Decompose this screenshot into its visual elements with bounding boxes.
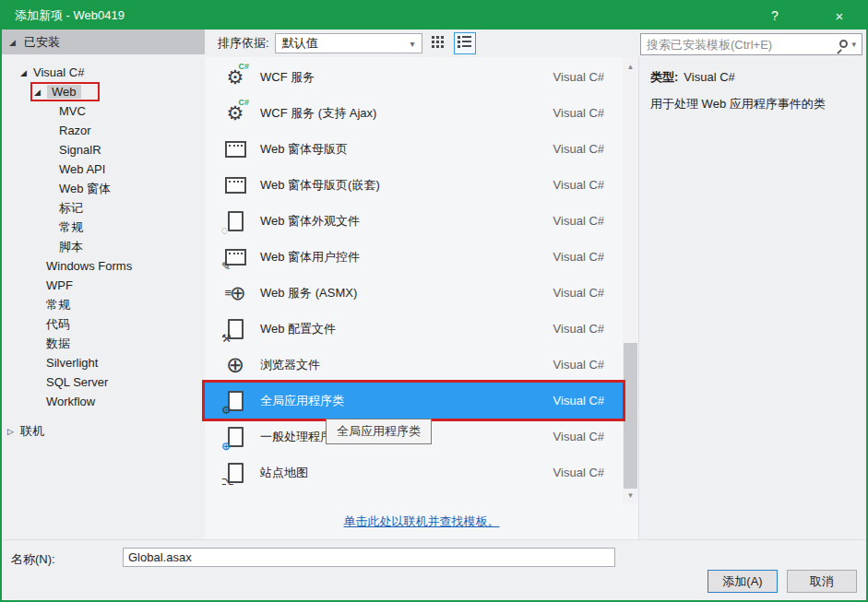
template-name: 全局应用程序类 <box>260 393 344 409</box>
scroll-up-icon[interactable]: ▲ <box>623 59 638 74</box>
tree-item-label: WPF <box>46 278 73 292</box>
tree-item[interactable]: 标记 <box>2 198 205 218</box>
list-scrollbar[interactable]: ▲ ▼ <box>623 57 638 504</box>
tree-item[interactable]: SignalR <box>2 140 205 159</box>
template-language: Visual C# <box>553 142 604 156</box>
footer-bar: 名称(N): 添加(A) 取消 <box>2 539 866 600</box>
site-map-icon: ⌥ <box>220 457 251 489</box>
tree-item[interactable]: 代码 <box>2 314 205 334</box>
add-button[interactable]: 添加(A) <box>707 570 778 593</box>
details-panel: 类型:Visual C# 用于处理 Web 应用程序事件的类 <box>638 57 866 539</box>
scrollbar-thumb[interactable] <box>624 343 637 489</box>
small-icons-view-button[interactable] <box>427 32 449 54</box>
tree-item-label: 数据 <box>46 336 70 352</box>
tree-item[interactable]: 常规 <box>2 218 205 237</box>
cancel-button[interactable]: 取消 <box>787 570 857 593</box>
template-name: Web 窗体外观文件 <box>260 213 360 230</box>
template-item[interactable]: Web 窗体母版页Visual C# <box>205 131 623 167</box>
tree-item[interactable]: Web 窗体 <box>2 179 205 198</box>
tree-collapse-arrow-icon[interactable]: ▷ <box>7 427 20 436</box>
search-input[interactable] <box>647 38 838 52</box>
template-description: 用于处理 Web 应用程序事件的类 <box>650 96 857 112</box>
template-name: Web 窗体母版页 <box>260 141 348 158</box>
tree-item[interactable]: MVC <box>2 101 205 121</box>
close-button[interactable]: × <box>826 8 853 24</box>
template-name: 浏览器文件 <box>260 357 320 373</box>
template-language: Visual C# <box>553 250 604 264</box>
tree-item[interactable]: WPF <box>2 276 205 295</box>
tree-item-inner: 标记 <box>46 198 83 218</box>
tree-item[interactable]: Web API <box>2 159 205 179</box>
installed-header-label: 已安装 <box>24 34 60 51</box>
find-templates-online-link[interactable]: 单击此处以联机并查找模板。 <box>344 513 500 530</box>
sort-dropdown[interactable]: 默认值 ▾ <box>275 33 422 53</box>
tree-expand-arrow-icon: ◢ <box>9 38 16 47</box>
tree-item-inner: Windows Forms <box>33 256 132 276</box>
generic-handler-icon: ⊕ <box>220 421 251 453</box>
search-box: ▾ <box>640 33 862 55</box>
template-item[interactable]: Web 窗体母版页(嵌套)Visual C# <box>205 167 623 203</box>
tree-item-label: Silverlight <box>46 356 98 370</box>
installed-header[interactable]: ◢ 已安装 <box>2 30 205 54</box>
tree-item[interactable]: Windows Forms <box>2 256 205 276</box>
search-icon[interactable] <box>839 40 848 48</box>
tree-item-label: Workflow <box>46 395 95 408</box>
tree-item[interactable]: SQL Server <box>2 372 205 392</box>
search-options-chevron-icon[interactable]: ▾ <box>851 40 856 49</box>
tree-item[interactable]: Workflow <box>2 392 205 411</box>
global-application-class-icon: ⚙ <box>220 385 251 417</box>
template-item[interactable]: ⊕浏览器文件Visual C# <box>205 347 623 383</box>
tree-item[interactable]: 数据 <box>2 334 205 353</box>
scroll-down-icon[interactable]: ▼ <box>623 488 638 502</box>
template-language: Visual C# <box>553 214 604 228</box>
tree-item-label: 联机 <box>20 423 44 440</box>
tree-expand-arrow-icon[interactable]: ◢ <box>34 88 47 97</box>
tree-item[interactable]: ▷联机 <box>2 421 205 441</box>
tree-item[interactable]: ◢Visual C# <box>2 63 205 82</box>
tree-expand-arrow-icon[interactable]: ◢ <box>20 68 33 77</box>
template-language: Visual C# <box>553 358 604 372</box>
add-new-item-dialog: 添加新项 - Web0419 ? × ◢ 已安装 ◢Visual C#◢WebM… <box>0 0 868 602</box>
window-title: 添加新项 - Web0419 <box>15 7 125 24</box>
tree-item-inner: MVC <box>46 101 86 121</box>
tree-item[interactable]: 脚本 <box>2 237 205 256</box>
template-item[interactable]: ⚙全局应用程序类Visual C# <box>205 383 623 419</box>
template-language: Visual C# <box>553 70 604 84</box>
tree-item[interactable]: ◢Web <box>2 82 205 101</box>
template-language: Visual C# <box>553 286 604 300</box>
tree-item-inner: Web API <box>46 159 105 179</box>
online-link-row: 单击此处以联机并查找模板。 <box>205 504 638 539</box>
tree-item-inner: WPF <box>33 276 73 295</box>
template-name: 一般处理程序 <box>260 429 332 445</box>
tree-item-label: SignalR <box>59 143 101 157</box>
template-language: Visual C# <box>553 322 604 336</box>
help-button[interactable]: ? <box>763 8 787 23</box>
category-tree: ◢Visual C#◢WebMVCRazorSignalRWeb APIWeb … <box>2 54 205 441</box>
template-item[interactable]: ≡⊕Web 服务 (ASMX)Visual C# <box>205 275 623 311</box>
tree-item[interactable]: Razor <box>2 121 205 140</box>
template-tooltip: 全局应用程序类 <box>326 419 432 444</box>
sort-toolbar: 排序依据: 默认值 ▾ <box>205 30 638 57</box>
template-item[interactable]: ⚙C#WCF 服务Visual C# <box>205 59 623 95</box>
template-item[interactable]: ◌Web 窗体外观文件Visual C# <box>205 203 623 239</box>
wcf-service-icon: ⚙C# <box>220 98 251 129</box>
template-item[interactable]: ⚒Web 配置文件Visual C# <box>205 311 623 347</box>
template-item[interactable]: ⌥站点地图Visual C# <box>205 454 623 490</box>
annotation-red-box: ◢Web <box>30 82 100 101</box>
name-input[interactable] <box>123 548 615 567</box>
template-item[interactable]: ✎Web 窗体用户控件Visual C# <box>205 239 623 275</box>
master-page-icon <box>220 170 251 201</box>
template-item[interactable]: ⚙C#WCF 服务 (支持 Ajax)Visual C# <box>205 95 623 131</box>
tree-item-inner: Web 窗体 <box>46 179 111 198</box>
tree-item-label: Windows Forms <box>46 259 132 273</box>
type-value: Visual C# <box>684 70 734 84</box>
tree-item[interactable]: 常规 <box>2 295 205 314</box>
list-view-button[interactable] <box>454 32 476 54</box>
tree-item-inner: SQL Server <box>33 372 108 392</box>
template-name: WCF 服务 (支持 Ajax) <box>260 105 376 122</box>
tree-item-inner: 数据 <box>33 334 70 353</box>
tree-item-label: 常规 <box>59 219 83 236</box>
tree-item-inner: Razor <box>46 121 91 140</box>
tree-item-inner: ◢Visual C# <box>20 63 84 82</box>
tree-item[interactable]: Silverlight <box>2 353 205 372</box>
